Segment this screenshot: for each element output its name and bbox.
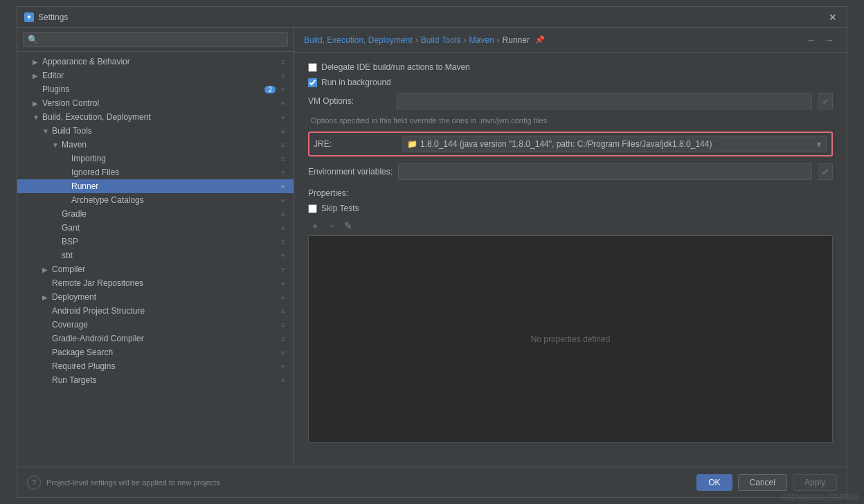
scroll-icon: ≡ (278, 237, 288, 246)
footer: ? Project-level settings will be applied… (17, 467, 847, 497)
scroll-icon: ≡ (278, 112, 288, 122)
scroll-icon: ≡ (278, 292, 288, 302)
skip-tests-checkbox[interactable] (308, 204, 317, 213)
sidebar-item-maven[interactable]: ▼ Maven ≡ (17, 138, 294, 152)
sidebar-item-gradle[interactable]: Gradle ≡ (17, 207, 294, 221)
sidebar-item-bsp[interactable]: BSP ≡ (17, 235, 294, 249)
vm-options-expand-btn[interactable]: ⤢ (818, 93, 833, 109)
sidebar-item-label: Build Tools (52, 126, 278, 136)
footer-hint: Project-level settings will be applied t… (46, 478, 220, 487)
scroll-icon: ≡ (278, 278, 288, 288)
sidebar-item-remote-jar[interactable]: Remote Jar Repositories ≡ (17, 276, 294, 290)
sidebar-item-label: Run Targets (52, 375, 278, 385)
breadcrumb-build-exec[interactable]: Build, Execution, Deployment (304, 35, 413, 45)
sidebar-item-runner[interactable]: Runner ≡ (17, 179, 294, 193)
sidebar-item-appearance[interactable]: ▶ Appearance & Behavior ≡ (17, 55, 294, 69)
breadcrumb-maven[interactable]: Maven (469, 35, 494, 45)
sidebar-item-gradle-android[interactable]: Gradle-Android Compiler ≡ (17, 332, 294, 345)
main-content: ▶ Appearance & Behavior ≡ ▶ Editor ≡ Plu… (17, 28, 847, 467)
env-vars-expand-btn[interactable]: ⤢ (818, 163, 833, 180)
scroll-icon: ≡ (278, 334, 288, 343)
sidebar-item-archetype-catalogs[interactable]: Archetype Catalogs ≡ (17, 193, 294, 207)
breadcrumb-sep3: › (497, 35, 500, 45)
properties-header: Properties: (308, 188, 833, 198)
back-button[interactable]: ← (804, 33, 819, 47)
env-vars-input[interactable] (398, 163, 812, 180)
sidebar-item-gant[interactable]: Gant ≡ (17, 221, 294, 235)
breadcrumb-sep2: › (464, 35, 467, 45)
sidebar-item-label: Maven (62, 140, 278, 150)
expand-arrow: ▶ (42, 266, 52, 273)
vm-options-hint: Options specified in this field override… (308, 116, 833, 125)
forward-button[interactable]: → (822, 33, 837, 47)
left-panel: ▶ Appearance & Behavior ≡ ▶ Editor ≡ Plu… (17, 28, 294, 467)
sidebar-item-label: Version Control (42, 98, 278, 108)
search-input[interactable] (23, 32, 288, 47)
sidebar-item-ignored-files[interactable]: Ignored Files ≡ (17, 165, 294, 179)
dialog-title: Settings (38, 12, 68, 22)
close-button[interactable]: ✕ (826, 10, 840, 24)
sidebar-item-plugins[interactable]: Plugins 2 ≡ (17, 82, 294, 96)
sidebar-item-label: Package Search (52, 348, 278, 357)
sidebar-item-label: Editor (42, 71, 278, 80)
expand-arrow: ▶ (33, 58, 42, 66)
sidebar-item-label: Appearance & Behavior (42, 57, 278, 66)
sidebar-item-compiler[interactable]: ▶ Compiler ≡ (17, 262, 294, 276)
title-bar-left: ✦ Settings (24, 12, 68, 22)
sidebar-item-label: Gradle (62, 209, 278, 219)
scroll-icon: ≡ (278, 361, 288, 371)
plugins-badge: 2 (264, 86, 276, 93)
cancel-button[interactable]: Cancel (738, 474, 787, 491)
vm-options-row: VM Options: ⤢ (308, 93, 833, 109)
run-background-checkbox[interactable] (308, 78, 317, 87)
jre-row: JRE: 📁 1.8.0_144 (java version "1.8.0_14… (308, 132, 833, 156)
scroll-icon: ≡ (278, 320, 288, 330)
sidebar-item-package-search[interactable]: Package Search ≡ (17, 345, 294, 359)
sidebar-item-build-tools[interactable]: ▼ Build Tools ≡ (17, 124, 294, 138)
sidebar-item-label: Android Project Structure (52, 306, 278, 316)
expand-arrow: ▶ (42, 294, 52, 301)
scroll-icon: ≡ (278, 306, 288, 316)
help-button[interactable]: ? (27, 476, 41, 489)
sidebar-item-label: Gradle-Android Compiler (52, 334, 278, 343)
vm-options-input[interactable] (397, 93, 812, 109)
jre-label: JRE: (314, 139, 397, 149)
scroll-icon: ≡ (278, 181, 288, 191)
jre-select[interactable]: 📁 1.8.0_144 (java version "1.8.0_144", p… (402, 136, 827, 152)
scroll-icon: ≡ (278, 348, 288, 357)
sidebar-item-android-project[interactable]: Android Project Structure ≡ (17, 304, 294, 318)
expand-arrow: ▼ (52, 141, 62, 149)
scroll-icon: ≡ (278, 71, 288, 80)
edit-property-button[interactable]: ✎ (341, 219, 355, 233)
add-property-button[interactable]: + (308, 219, 322, 233)
sidebar-item-label: Plugins (42, 84, 264, 94)
ok-button[interactable]: OK (696, 474, 732, 491)
sidebar-item-editor[interactable]: ▶ Editor ≡ (17, 69, 294, 82)
sidebar-item-required-plugins[interactable]: Required Plugins ≡ (17, 359, 294, 373)
breadcrumb-build-tools[interactable]: Build Tools (421, 35, 461, 45)
delegate-label[interactable]: Delegate IDE build/run actions to Maven (321, 62, 470, 72)
env-vars-label: Environment variables: (308, 167, 393, 177)
jre-dropdown-arrow: ▼ (816, 141, 822, 148)
apply-button[interactable]: Apply (793, 474, 837, 491)
sidebar-item-importing[interactable]: Importing ≡ (17, 152, 294, 165)
breadcrumb-bar: Build, Execution, Deployment › Build Too… (294, 28, 847, 53)
skip-tests-label[interactable]: Skip Tests (321, 204, 359, 213)
remove-property-button[interactable]: − (325, 219, 339, 233)
sidebar-item-label: Coverage (52, 320, 278, 330)
sidebar-item-label: Build, Execution, Deployment (42, 112, 278, 122)
nav-tree: ▶ Appearance & Behavior ≡ ▶ Editor ≡ Plu… (17, 52, 294, 467)
sidebar-item-build-exec[interactable]: ▼ Build, Execution, Deployment ≡ (17, 110, 294, 124)
breadcrumb-sep: › (415, 35, 418, 45)
sidebar-item-version-control[interactable]: ▶ Version Control ≡ (17, 96, 294, 110)
sidebar-item-coverage[interactable]: Coverage ≡ (17, 318, 294, 332)
scroll-icon: ≡ (278, 57, 288, 66)
delegate-checkbox[interactable] (308, 63, 317, 72)
sidebar-item-sbt[interactable]: sbt ≡ (17, 249, 294, 262)
footer-left: ? Project-level settings will be applied… (27, 476, 220, 489)
sidebar-item-run-targets[interactable]: Run Targets ≡ (17, 373, 294, 387)
scroll-icon: ≡ (278, 264, 288, 274)
sidebar-item-label: Remote Jar Repositories (52, 278, 278, 288)
sidebar-item-deployment[interactable]: ▶ Deployment ≡ (17, 290, 294, 304)
run-background-label[interactable]: Run in background (321, 78, 391, 87)
